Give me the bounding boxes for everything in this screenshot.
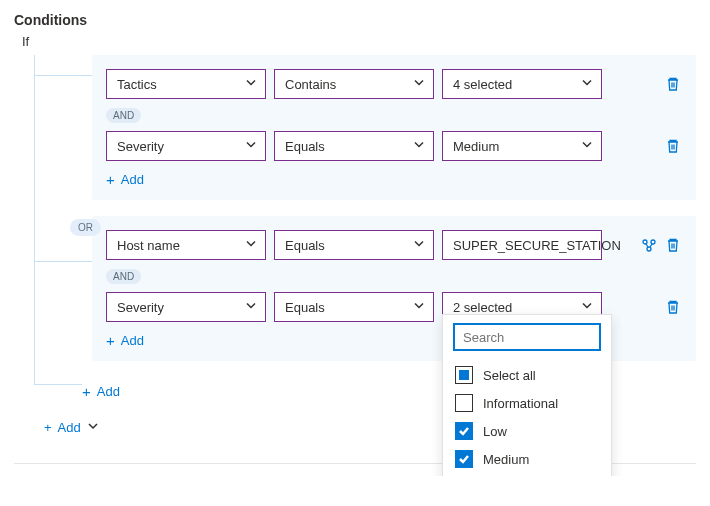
delete-button[interactable] (664, 137, 682, 155)
operator-value: Contains (285, 77, 336, 92)
checkbox-unchecked-icon (455, 394, 473, 412)
group-icon[interactable] (640, 236, 658, 254)
field-select[interactable]: Severity (106, 131, 266, 161)
option-item[interactable]: High (453, 473, 601, 476)
add-label: Add (121, 333, 144, 348)
operator-select[interactable]: Equals (274, 131, 434, 161)
section-title: Conditions (14, 12, 696, 28)
tree-connector (34, 261, 92, 262)
plus-icon: + (82, 383, 91, 400)
chevron-down-icon (413, 300, 425, 315)
option-label: Select all (483, 368, 536, 383)
option-select-all[interactable]: Select all (453, 361, 601, 389)
value-select[interactable]: 4 selected (442, 69, 602, 99)
field-select[interactable]: Host name (106, 230, 266, 260)
if-label: If (22, 34, 696, 49)
add-label: Add (58, 420, 81, 435)
checkbox-partial-icon (455, 366, 473, 384)
condition-group: Host name Equals SUPER_SECURE_STATION AN… (92, 216, 696, 361)
operator-value: Equals (285, 238, 325, 253)
chevron-down-icon (581, 139, 593, 154)
add-root-button[interactable]: + Add (44, 420, 99, 435)
operator-select[interactable]: Equals (274, 230, 434, 260)
chevron-down-icon (581, 77, 593, 92)
chevron-down-icon (245, 77, 257, 92)
field-value: Host name (117, 238, 180, 253)
chevron-down-icon (413, 139, 425, 154)
condition-row: Host name Equals SUPER_SECURE_STATION (106, 230, 682, 260)
value-select[interactable]: Medium (442, 131, 602, 161)
operator-select[interactable]: Contains (274, 69, 434, 99)
add-condition-button[interactable]: + Add (106, 169, 144, 190)
plus-icon: + (44, 420, 52, 435)
chevron-down-icon (413, 77, 425, 92)
value-text: Medium (453, 139, 499, 154)
field-value: Severity (117, 300, 164, 315)
svg-point-0 (643, 240, 647, 244)
condition-row: Severity Equals Medium (106, 131, 682, 161)
option-label: Low (483, 424, 507, 439)
delete-button[interactable] (664, 298, 682, 316)
chevron-down-icon (245, 300, 257, 315)
field-select[interactable]: Tactics (106, 69, 266, 99)
field-select[interactable]: Severity (106, 292, 266, 322)
condition-tree: Tactics Contains 4 selected AND Severity (34, 55, 696, 402)
chevron-down-icon (581, 300, 593, 315)
chevron-down-icon (87, 420, 99, 435)
option-label: Medium (483, 452, 529, 467)
field-value: Severity (117, 139, 164, 154)
tree-vline (34, 55, 35, 385)
option-item[interactable]: Low (453, 417, 601, 445)
and-badge: AND (106, 269, 141, 284)
value-text: 2 selected (453, 300, 512, 315)
multiselect-dropdown: Select all Informational Low Medium High (442, 314, 612, 476)
value-text: 4 selected (453, 77, 512, 92)
chevron-down-icon (413, 238, 425, 253)
chevron-down-icon (245, 139, 257, 154)
or-badge: OR (70, 219, 101, 236)
svg-point-1 (651, 240, 655, 244)
operator-select[interactable]: Equals (274, 292, 434, 322)
tree-connector (34, 75, 92, 76)
add-label: Add (97, 384, 120, 399)
checkbox-checked-icon (455, 450, 473, 468)
option-label: Informational (483, 396, 558, 411)
option-item[interactable]: Medium (453, 445, 601, 473)
value-text: SUPER_SECURE_STATION (453, 238, 621, 253)
condition-group: Tactics Contains 4 selected AND Severity (92, 55, 696, 200)
add-group-button[interactable]: + Add (82, 381, 120, 402)
add-condition-button[interactable]: + Add (106, 330, 144, 351)
checkbox-checked-icon (455, 422, 473, 440)
delete-button[interactable] (664, 75, 682, 93)
field-value: Tactics (117, 77, 157, 92)
plus-icon: + (106, 171, 115, 188)
add-label: Add (121, 172, 144, 187)
operator-value: Equals (285, 300, 325, 315)
dropdown-search-input[interactable] (453, 323, 601, 351)
option-item[interactable]: Informational (453, 389, 601, 417)
delete-button[interactable] (664, 236, 682, 254)
svg-point-2 (647, 247, 651, 251)
tree-connector (34, 384, 82, 385)
operator-value: Equals (285, 139, 325, 154)
plus-icon: + (106, 332, 115, 349)
condition-row: Tactics Contains 4 selected (106, 69, 682, 99)
and-badge: AND (106, 108, 141, 123)
chevron-down-icon (245, 238, 257, 253)
value-select[interactable]: SUPER_SECURE_STATION (442, 230, 602, 260)
